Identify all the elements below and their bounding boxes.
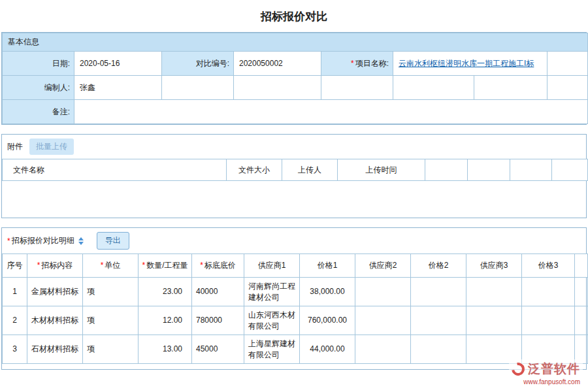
cell-supplier2 — [355, 306, 411, 335]
cell-supplier3 — [466, 306, 522, 335]
cell-price3 — [522, 306, 575, 335]
filler-cell — [575, 306, 588, 335]
col-quantity: *数量/工程量 — [139, 254, 192, 278]
cell-base-price: 45000 — [192, 335, 244, 364]
empty-header-cell — [510, 159, 552, 181]
col-bid-content: *招标内容 — [27, 254, 83, 278]
compare-no-label: 对比编号: — [162, 52, 234, 76]
attachments-table: 文件名称 文件大小 上传人 上传时间 — [2, 159, 588, 181]
required-mark: * — [7, 237, 10, 246]
page-title: 招标报价对比 — [0, 0, 588, 32]
detail-section: * 招标报价对比明细 导出 序号 *招标内容 *单位 *数量/工程量 *标底底价… — [1, 227, 587, 370]
cell-supplier1: 河南辉尚工程建材公司 — [244, 278, 300, 306]
cell-price2 — [411, 278, 466, 306]
brand-website[interactable]: www.fanpusoft.com — [512, 378, 580, 385]
basic-info-table: 基本信息 日期: 2020-05-16 对比编号: 2020050002 *项目… — [2, 33, 588, 124]
cell-price1: 44,000.00 — [300, 335, 355, 364]
cell-seq: 2 — [3, 306, 27, 335]
cell-supplier2 — [355, 335, 411, 364]
cell-supplier1: 上海星辉建材有限公司 — [244, 335, 300, 364]
col-price2: 价格2 — [411, 254, 466, 278]
attachments-section-title: 附件 — [7, 141, 23, 152]
filler-header-cell — [575, 254, 588, 278]
footer-brand: 泛普软件 www.fanpusoft.com — [509, 359, 583, 387]
detail-bottom-strip — [2, 364, 586, 369]
project-name-label: *项目名称: — [321, 52, 393, 76]
required-mark: * — [351, 59, 354, 68]
compare-no-value: 2020050002 — [234, 52, 321, 76]
detail-header-row: 序号 *招标内容 *单位 *数量/工程量 *标底底价 供应商1 价格1 供应商2… — [3, 254, 588, 278]
remark-value — [74, 100, 588, 124]
filler-cell — [575, 278, 588, 306]
cell-unit: 项 — [83, 278, 139, 306]
creator-value: 张鑫 — [74, 76, 162, 100]
col-uploader: 上传人 — [282, 159, 338, 181]
batch-upload-button[interactable]: 批量上传 — [29, 139, 74, 155]
date-value: 2020-05-16 — [74, 52, 162, 76]
cell-bid-content: 石材材料招标 — [27, 335, 83, 364]
col-base-price: *标底底价 — [192, 254, 244, 278]
col-upload-time: 上传时间 — [338, 159, 425, 181]
cell-supplier1: 山东河西木材有限公司 — [244, 306, 300, 335]
cell-supplier3 — [466, 278, 522, 306]
project-name-cell: 云南水利枢纽潜明水库一期工程施工I标 — [393, 52, 547, 76]
empty-header-cell — [468, 159, 510, 181]
cell-price1: 38,000.00 — [300, 278, 355, 306]
detail-section-title: 招标报价对比明细 — [12, 235, 74, 246]
col-supplier2: 供应商2 — [355, 254, 411, 278]
cell-base-price: 40000 — [192, 278, 244, 306]
col-unit: *单位 — [83, 254, 139, 278]
brand-name: 泛普软件 — [528, 361, 580, 378]
col-price1: 价格1 — [300, 254, 355, 278]
col-supplier1: 供应商1 — [244, 254, 300, 278]
cell-seq: 1 — [3, 278, 27, 306]
empty-cell — [474, 76, 547, 100]
cell-price2 — [411, 306, 466, 335]
creator-label: 编制人: — [3, 76, 74, 100]
sort-icon[interactable] — [78, 237, 84, 245]
cell-price3 — [522, 278, 575, 306]
project-name-link[interactable]: 云南水利枢纽潜明水库一期工程施工I标 — [399, 59, 534, 68]
attachments-section: 附件 批量上传 文件名称 文件大小 上传人 上传时间 — [1, 134, 587, 218]
empty-header-cell — [552, 159, 588, 181]
attachments-empty-area — [2, 181, 586, 218]
detail-table: 序号 *招标内容 *单位 *数量/工程量 *标底底价 供应商1 价格1 供应商2… — [2, 253, 588, 364]
cell-price2 — [411, 335, 466, 364]
col-file-name: 文件名称 — [3, 159, 227, 181]
table-row: 2 木材材料招标 项 12.00 780000 山东河西木材有限公司 760,0… — [3, 306, 588, 335]
empty-cell — [162, 76, 234, 100]
table-row: 3 石材材料招标 项 13.00 45000 上海星辉建材有限公司 44,000… — [3, 335, 588, 364]
table-row: 1 金属材料招标 项 23.00 40000 河南辉尚工程建材公司 38,000… — [3, 278, 588, 306]
cell-quantity: 23.00 — [139, 278, 192, 306]
col-price3: 价格3 — [522, 254, 575, 278]
empty-cell — [234, 76, 321, 100]
col-supplier3: 供应商3 — [466, 254, 522, 278]
col-seq: 序号 — [3, 254, 27, 278]
cell-price1: 760,000.00 — [300, 306, 355, 335]
empty-cell — [547, 76, 588, 100]
empty-cell — [321, 76, 393, 100]
remark-label: 备注: — [3, 100, 74, 124]
cell-bid-content: 木材材料招标 — [27, 306, 83, 335]
basic-info-section: 基本信息 日期: 2020-05-16 对比编号: 2020050002 *项目… — [1, 32, 587, 125]
fanpu-logo-icon — [509, 360, 527, 378]
cell-quantity: 13.00 — [139, 335, 192, 364]
cell-seq: 3 — [3, 335, 27, 364]
detail-toolbar: * 招标报价对比明细 导出 — [2, 228, 586, 253]
export-button[interactable]: 导出 — [97, 232, 129, 250]
empty-header-cell — [425, 159, 468, 181]
cell-supplier2 — [355, 278, 411, 306]
basic-info-section-title: 基本信息 — [3, 33, 588, 52]
cell-base-price: 780000 — [192, 306, 244, 335]
date-label: 日期: — [3, 52, 74, 76]
empty-cell — [393, 76, 474, 100]
attachments-header-row: 文件名称 文件大小 上传人 上传时间 — [3, 159, 588, 181]
col-file-size: 文件大小 — [227, 159, 282, 181]
cell-unit: 项 — [83, 306, 139, 335]
cell-quantity: 12.00 — [139, 306, 192, 335]
cell-bid-content: 金属材料招标 — [27, 278, 83, 306]
empty-cell — [547, 52, 588, 76]
attachments-toolbar: 附件 批量上传 — [2, 135, 586, 159]
cell-unit: 项 — [83, 335, 139, 364]
